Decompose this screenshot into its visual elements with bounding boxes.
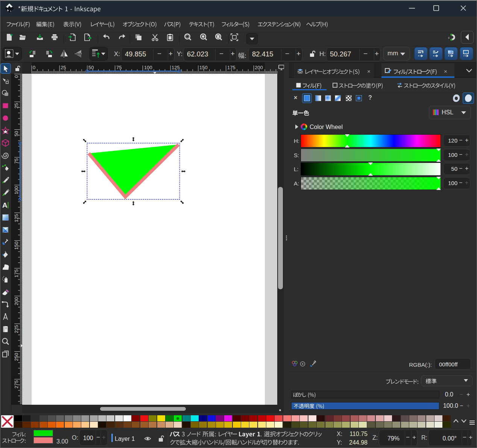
- svg-text:250: 250: [14, 353, 19, 361]
- svg-text:200: 200: [255, 65, 263, 70]
- svg-text:200: 200: [14, 297, 19, 305]
- svg-text:50: 50: [14, 131, 19, 136]
- svg-text:125: 125: [172, 65, 180, 70]
- svg-text:25: 25: [61, 65, 66, 70]
- svg-text:25: 25: [14, 103, 19, 108]
- svg-text:150: 150: [14, 241, 19, 250]
- svg-text:A: A: [2, 201, 8, 209]
- svg-text:75: 75: [116, 65, 122, 70]
- svg-text:50: 50: [88, 65, 94, 70]
- svg-text:125: 125: [14, 214, 19, 222]
- svg-text:s: s: [448, 35, 450, 39]
- svg-text:175: 175: [227, 65, 235, 70]
- svg-text:0: 0: [14, 75, 19, 78]
- svg-text:100: 100: [144, 65, 152, 70]
- svg-text:0: 0: [33, 65, 35, 70]
- svg-text:175: 175: [14, 269, 19, 278]
- svg-text:100: 100: [14, 186, 19, 194]
- svg-text:150: 150: [199, 65, 208, 70]
- svg-text:275: 275: [14, 380, 19, 389]
- svg-text:225: 225: [14, 325, 19, 333]
- svg-text:75: 75: [14, 158, 19, 164]
